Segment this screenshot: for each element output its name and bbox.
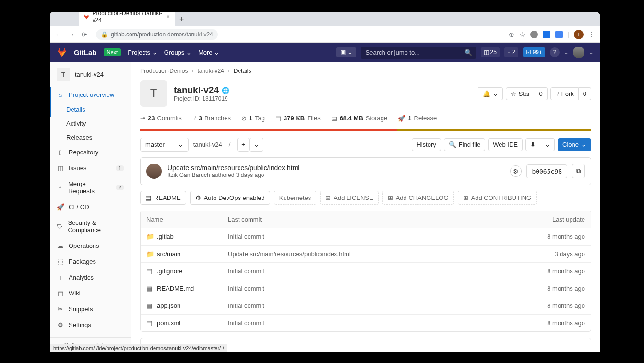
commit-author-avatar[interactable] — [146, 164, 162, 179]
download-dropdown[interactable]: ⌄ — [540, 138, 555, 151]
plus-dropdown[interactable]: ▣ ⌄ — [336, 47, 356, 57]
bell-icon: 🔔 — [483, 90, 490, 97]
issues-counter[interactable]: ◫ 25 — [481, 47, 500, 57]
stat-storage[interactable]: 🖴 68.4 MB Storage — [331, 115, 388, 122]
nav-groups[interactable]: Groups ⌄ — [164, 49, 191, 56]
operations-icon: ☁ — [57, 242, 64, 249]
clone-button[interactable]: Clone ⌄ — [558, 138, 591, 151]
fork-button[interactable]: ⑂Fork — [550, 87, 579, 100]
chip-kubernetes[interactable]: Kubernetes — [274, 191, 317, 205]
sidebar-item-snippets[interactable]: ✂Snippets — [50, 301, 131, 317]
extension-icon[interactable] — [555, 31, 563, 38]
branch-select[interactable]: master⌄ — [140, 138, 189, 152]
project-name: tanuki-v24 — [75, 71, 104, 78]
file-commit-msg[interactable]: Initial commit — [228, 268, 527, 275]
pipeline-status-icon[interactable]: ⚙ — [510, 165, 522, 177]
nav-projects[interactable]: Projects ⌄ — [128, 49, 157, 56]
star-count[interactable]: 0 — [535, 87, 548, 100]
help-icon[interactable]: ? — [550, 47, 560, 57]
breadcrumb-root[interactable]: Production-Demos — [140, 68, 188, 74]
table-row[interactable]: ▤pom.xmlInitial commit8 months ago — [141, 315, 591, 331]
language-bar[interactable] — [140, 129, 591, 131]
chip-add-license[interactable]: ⊞Add LICENSE — [320, 191, 378, 205]
sidebar-item-wiki[interactable]: ▤Wiki — [50, 285, 131, 301]
stat-releases[interactable]: 🚀 1 Release — [398, 115, 437, 122]
fork-icon: ⑂ — [555, 90, 559, 97]
sidebar-item-merge-requests[interactable]: ⑂Merge Requests2 — [50, 176, 131, 199]
extension-icon[interactable] — [530, 31, 538, 38]
next-badge[interactable]: Next — [104, 48, 121, 56]
file-date: 8 months ago — [527, 302, 585, 309]
stat-tags[interactable]: ⊘ 1 Tag — [241, 115, 265, 122]
file-commit-msg[interactable]: Initial commit — [228, 285, 527, 292]
close-tab-icon[interactable]: × — [167, 13, 170, 20]
file-date: 3 days ago — [527, 250, 585, 258]
global-search-input[interactable]: Search or jump to... 🔍 — [361, 47, 476, 59]
commit-sha[interactable]: b0065c98 — [526, 164, 567, 178]
gitlab-logo-icon[interactable] — [57, 47, 67, 58]
url-field[interactable]: 🔒 gitlab.com/production-demos/tanuki-v24 — [96, 29, 218, 40]
chip-autodevops[interactable]: ⚙Auto DevOps enabled — [190, 191, 270, 205]
chip-readme[interactable]: ▤README — [140, 191, 186, 205]
stat-files[interactable]: ▤ 379 KB Files — [275, 115, 321, 122]
shield-icon: 🛡 — [57, 223, 63, 230]
new-tab-button[interactable]: + — [175, 12, 189, 26]
file-commit-msg[interactable]: Initial commit — [228, 233, 527, 240]
gitlab-brand[interactable]: GitLab — [74, 48, 97, 57]
sidebar-item-security[interactable]: 🛡Security & Compliance — [50, 215, 131, 238]
sidebar-item-cicd[interactable]: 🚀CI / CD — [50, 199, 131, 215]
file-icon: ▤ — [146, 268, 153, 275]
sidebar-sub-details[interactable]: Details — [50, 103, 131, 117]
stat-branches[interactable]: ⑂ 3 Branches — [192, 115, 231, 122]
copy-sha-button[interactable]: ⧉ — [572, 164, 585, 178]
table-row[interactable]: 📁.gitlabInitial commit8 months ago — [141, 228, 591, 246]
add-file-dropdown[interactable]: ⌄ — [250, 138, 263, 152]
table-row[interactable]: 📁src/mainUpdate src/main/resources/publi… — [141, 246, 591, 263]
web-ide-button[interactable]: Web IDE — [488, 138, 523, 151]
sidebar-sub-activity[interactable]: Activity — [50, 117, 131, 130]
download-button[interactable]: ⬇ — [525, 138, 540, 151]
sidebar-item-issues[interactable]: ◫Issues1 — [50, 160, 131, 176]
table-row[interactable]: ▤app.jsonInitial commit8 months ago — [141, 297, 591, 315]
reload-icon[interactable]: ⟳ — [82, 31, 87, 38]
browser-tab[interactable]: Production-Demos / tanuki-v24 × — [79, 12, 175, 26]
zoom-icon[interactable]: ⊕ — [509, 31, 514, 38]
chip-add-changelog[interactable]: ⊞Add CHANGELOG — [382, 191, 454, 205]
nav-more[interactable]: More ⌄ — [198, 49, 219, 56]
sidebar-item-repository[interactable]: ▯Repository — [50, 144, 131, 160]
chip-add-contributing[interactable]: ⊞Add CONTRIBUTING — [458, 191, 537, 205]
sidebar-item-settings[interactable]: ⚙Settings — [50, 317, 131, 333]
profile-avatar[interactable]: I — [574, 30, 584, 39]
breadcrumb-project[interactable]: tanuki-v24 — [197, 68, 224, 74]
sidebar-item-packages[interactable]: ⬚Packages — [50, 254, 131, 269]
sidebar-item-overview[interactable]: ⌂ Project overview — [50, 87, 131, 103]
sidebar-item-analytics[interactable]: ⫿Analytics — [50, 269, 131, 285]
fork-count[interactable]: 0 — [579, 87, 591, 100]
table-row[interactable]: ▤.gitignoreInitial commit8 months ago — [141, 263, 591, 280]
bookmark-star-icon[interactable]: ☆ — [519, 31, 525, 38]
add-file-button[interactable]: + — [237, 138, 250, 152]
stat-commits[interactable]: ⊸ 23 Commits — [140, 115, 182, 122]
forward-icon[interactable]: → — [68, 31, 75, 38]
kebab-menu-icon[interactable]: ⋮ — [588, 31, 595, 38]
sidebar-sub-releases[interactable]: Releases — [50, 130, 131, 144]
file-commit-msg[interactable]: Update src/main/resources/public/index.h… — [228, 250, 527, 258]
notification-button[interactable]: 🔔 ⌄ — [478, 87, 503, 100]
sidebar-context[interactable]: T tanuki-v24 — [50, 62, 131, 87]
user-avatar[interactable] — [573, 47, 584, 58]
commit-title[interactable]: Update src/main/resources/public/index.h… — [167, 164, 299, 172]
gear-icon: ⚙ — [57, 321, 64, 328]
star-button[interactable]: ☆Star — [506, 87, 535, 100]
history-button[interactable]: History — [412, 138, 441, 151]
path-root[interactable]: tanuki-v24 — [193, 141, 222, 148]
file-commit-msg[interactable]: Initial commit — [228, 319, 527, 327]
table-row[interactable]: ▤README.mdInitial commit8 months ago — [141, 280, 591, 297]
extension-icon[interactable] — [543, 31, 550, 38]
file-icon: ▤ — [146, 319, 153, 327]
file-commit-msg[interactable]: Initial commit — [228, 302, 527, 309]
sidebar-item-operations[interactable]: ☁Operations — [50, 238, 131, 254]
todos-counter[interactable]: ☑ 99+ — [523, 47, 545, 57]
back-icon[interactable]: ← — [55, 31, 61, 38]
mrs-counter[interactable]: ⑂ 2 — [504, 47, 518, 57]
find-file-button[interactable]: 🔍Find file — [444, 138, 486, 151]
